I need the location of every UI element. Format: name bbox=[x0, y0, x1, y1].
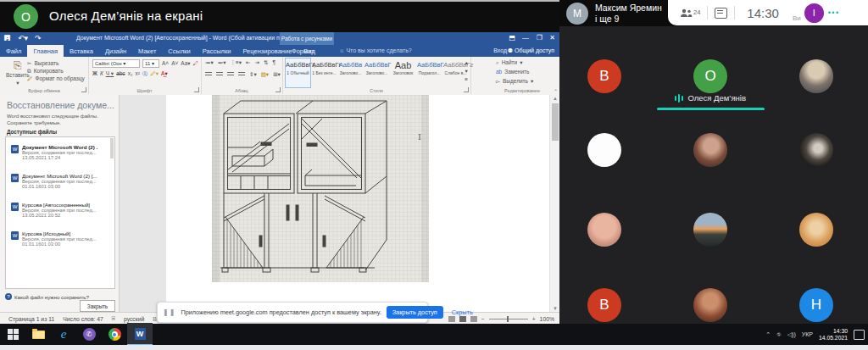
undo-icon[interactable]: ↶▾ bbox=[18, 34, 28, 43]
replace-button[interactable]: ab Заменить bbox=[496, 69, 529, 75]
zoom-out-icon[interactable]: − bbox=[481, 316, 485, 322]
recovered-file-item[interactable]: W Документ Microsoft Word (2) [... Верси… bbox=[11, 173, 109, 189]
clear-format-icon[interactable]: 🖍 bbox=[193, 60, 199, 67]
styles-scroll-up-icon[interactable]: ▴ bbox=[465, 59, 467, 66]
tab-references[interactable]: Ссылки bbox=[162, 45, 196, 57]
tab-file[interactable]: Файл bbox=[0, 45, 27, 57]
participant-avatar[interactable] bbox=[799, 133, 833, 167]
scrollbar-thumb[interactable] bbox=[552, 103, 559, 141]
viber-icon[interactable]: ✆ bbox=[76, 324, 102, 345]
language-indicator[interactable]: русский bbox=[124, 316, 144, 322]
align-left-icon[interactable] bbox=[205, 72, 212, 77]
proofing-icon[interactable]: ⌸ bbox=[112, 315, 115, 322]
recovery-question[interactable]: ? Какой файл нужно сохранить? bbox=[5, 293, 89, 300]
participant-avatar[interactable] bbox=[587, 213, 621, 247]
sort-icon[interactable]: ⇅ bbox=[264, 59, 268, 66]
keyboard-language[interactable]: УКР bbox=[802, 331, 813, 337]
paste-button[interactable]: ⎘ Вставить▾ bbox=[6, 59, 30, 86]
tab-insert[interactable]: Вставка bbox=[64, 45, 99, 57]
scroll-up-icon[interactable]: ▲ bbox=[552, 96, 559, 101]
numbering-icon[interactable]: ≕▾ bbox=[218, 59, 226, 66]
style-title[interactable]: Аab Заголовок bbox=[391, 58, 415, 87]
stop-sharing-button[interactable]: Закрыть доступ bbox=[387, 306, 443, 319]
start-button[interactable] bbox=[0, 324, 25, 345]
grow-font-icon[interactable]: А˄ bbox=[162, 60, 169, 67]
style-normal[interactable]: АаБбВвГг, 1 Обычный bbox=[286, 58, 310, 87]
participant-avatar[interactable]: Н bbox=[799, 288, 833, 322]
font-color-icon[interactable]: А̲▾ bbox=[161, 70, 168, 77]
zoom-level[interactable]: 100% bbox=[540, 316, 554, 322]
justify-icon[interactable] bbox=[238, 72, 245, 77]
restore-icon[interactable]: ❐ bbox=[537, 34, 542, 42]
font-size-select[interactable]: 11 ▾ bbox=[142, 59, 159, 68]
find-button[interactable]: ⌕ Найти▾ bbox=[496, 59, 522, 66]
subscript-button[interactable]: x₂ bbox=[128, 70, 133, 77]
hide-share-bar-button[interactable]: Скрыть bbox=[448, 306, 476, 319]
tab-design[interactable]: Дизайн bbox=[99, 45, 132, 57]
participant-avatar[interactable] bbox=[693, 133, 727, 167]
select-button[interactable]: ▻ Выделить▾ bbox=[496, 78, 533, 85]
shading-icon[interactable]: ▨▾ bbox=[261, 71, 269, 78]
font-dialog-launcher-icon[interactable] bbox=[194, 87, 199, 92]
decrease-indent-icon[interactable]: ⇤ bbox=[246, 59, 250, 66]
tab-mailings[interactable]: Рассылки bbox=[197, 45, 237, 57]
sign-in-link[interactable]: Вход bbox=[493, 47, 507, 53]
internet-explorer-icon[interactable]: e bbox=[51, 324, 76, 345]
tab-format[interactable]: Формат bbox=[286, 45, 320, 57]
self-avatar[interactable]: І bbox=[804, 3, 824, 23]
pilcrow-icon[interactable]: ¶ bbox=[272, 59, 275, 66]
recovered-file-item[interactable]: W Документ Microsoft Word (2) . Версия, … bbox=[11, 144, 109, 160]
highlight-color-icon[interactable]: 🖉▾ bbox=[150, 70, 159, 77]
increase-indent-icon[interactable]: ⇥ bbox=[255, 59, 259, 66]
chat-icon[interactable] bbox=[715, 8, 727, 19]
redo-icon[interactable]: ↷ bbox=[35, 34, 42, 43]
recovery-scrollbar[interactable] bbox=[110, 138, 114, 158]
superscript-button[interactable]: x² bbox=[135, 70, 139, 77]
document-page[interactable]: I bbox=[166, 95, 549, 312]
strikethrough-button[interactable]: abc bbox=[116, 70, 125, 77]
italic-button[interactable]: К bbox=[100, 70, 103, 77]
participant-avatar[interactable] bbox=[693, 288, 727, 322]
styles-scroll-down-icon[interactable]: ▾ bbox=[465, 68, 467, 75]
participant-avatar[interactable]: В bbox=[587, 288, 621, 322]
style-heading1[interactable]: АаБбВв Заголово... bbox=[338, 58, 363, 87]
style-heading2[interactable]: АаБбВвГ Заголово... bbox=[364, 58, 389, 87]
action-center-icon[interactable] bbox=[854, 330, 865, 340]
font-name-select[interactable]: Calibri (Осн ▾ bbox=[92, 59, 140, 68]
tab-home[interactable]: Главная bbox=[27, 45, 64, 57]
cut-button[interactable]: ✂ Вырезать bbox=[27, 60, 58, 67]
scroll-down-icon[interactable]: ▼ bbox=[552, 306, 559, 311]
page-indicator[interactable]: Страница 1 из 11 bbox=[8, 316, 54, 322]
copy-button[interactable]: ⧉ Копировать bbox=[27, 68, 64, 75]
save-icon[interactable]: 🖪 bbox=[3, 34, 11, 43]
borders-icon[interactable]: ⊞▾ bbox=[273, 71, 281, 78]
file-explorer-icon[interactable] bbox=[25, 324, 51, 345]
participant-avatar-active-speaker[interactable]: О bbox=[693, 59, 727, 93]
zoom-in-icon[interactable]: + bbox=[532, 316, 536, 322]
align-right-icon[interactable] bbox=[227, 72, 234, 77]
style-no-spacing[interactable]: АаБбВвГг 1 Без инте... bbox=[312, 58, 337, 87]
minimize-icon[interactable]: — bbox=[522, 34, 529, 42]
style-subtitle[interactable]: АаБбВвГ Подзагол... bbox=[417, 58, 442, 87]
tell-me-box[interactable]: ☼ Что вы хотите сделать? bbox=[339, 47, 412, 53]
more-options-icon[interactable]: ••• bbox=[828, 8, 840, 17]
tray-expand-icon[interactable]: ⌃ bbox=[765, 331, 771, 338]
paragraph-dialog-launcher-icon[interactable] bbox=[275, 87, 281, 92]
recovery-close-button[interactable]: Закрыть bbox=[80, 300, 115, 312]
format-painter-button[interactable]: 🖉 Формат по образцу bbox=[27, 75, 85, 82]
participant-avatar[interactable] bbox=[587, 133, 621, 167]
participant-avatar[interactable] bbox=[693, 213, 727, 247]
bullets-icon[interactable]: ≔▾ bbox=[205, 59, 214, 66]
word-count[interactable]: Число слов: 47 bbox=[63, 316, 103, 322]
recovered-file-item[interactable]: W Курсова [Исходный] Версия, созданная п… bbox=[11, 231, 109, 247]
document-scrollbar[interactable]: ▲ ▼ bbox=[549, 95, 559, 312]
align-center-icon[interactable] bbox=[216, 72, 223, 77]
word-taskbar-icon[interactable]: W bbox=[127, 323, 153, 346]
tray-volume-icon[interactable]: ◁)) bbox=[787, 331, 796, 338]
bold-button[interactable]: Ж bbox=[92, 70, 97, 77]
participants-button[interactable]: 24 bbox=[680, 8, 700, 18]
word-titlebar[interactable]: 🖪 ↶▾ ↷ Документ Microsoft Word (2) [Авто… bbox=[0, 32, 559, 45]
clipboard-dialog-launcher-icon[interactable] bbox=[81, 87, 86, 92]
participant-avatar[interactable] bbox=[799, 59, 833, 93]
styles-more-icon[interactable]: ≡ bbox=[465, 76, 468, 83]
